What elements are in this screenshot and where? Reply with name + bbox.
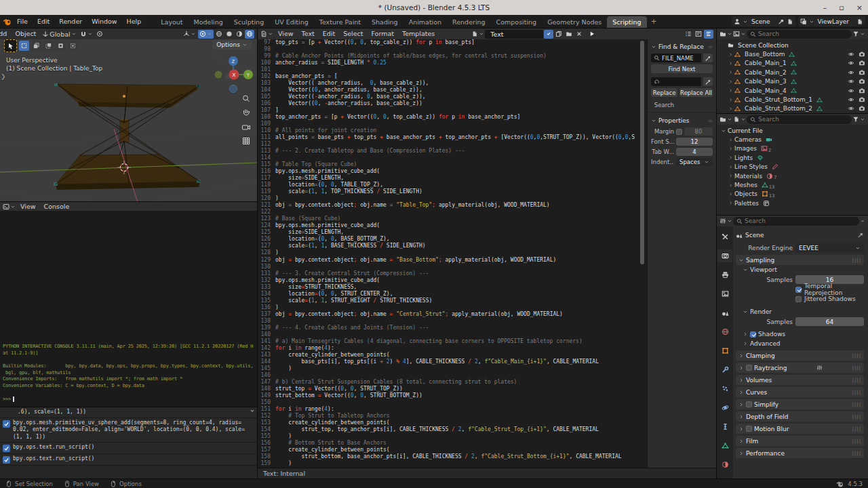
panel-checkbox[interactable] [746,365,752,371]
replace-eyedropper-icon[interactable] [703,77,713,86]
unlink-text-icon[interactable] [574,30,584,39]
viewport-nav-buttons[interactable] [241,94,252,146]
outliner-blend-file[interactable]: Current FileCamerasImages2LightsLine Sty… [717,114,868,216]
shading-material-icon[interactable] [235,30,244,39]
panel-curves[interactable]: Curves|||| [736,387,864,397]
panel-checkbox[interactable] [746,426,752,432]
outliner-row-scene-collection[interactable]: Scene Collection [717,41,868,49]
panel-performance[interactable]: Performance|||| [736,448,864,458]
menu-templates[interactable]: Templates [398,30,439,37]
properties-tab-material[interactable] [717,458,732,471]
blendfile-row-lights[interactable]: Lights [717,153,868,162]
close-button[interactable]: × [856,3,863,12]
outliner-editor-icon[interactable] [719,30,726,37]
blendfile-row-meshes[interactable]: Meshes13 [717,180,868,189]
properties-tab-view-layer[interactable] [717,287,732,300]
sampling-panel-header[interactable]: Sampling|||| [736,255,864,265]
properties-tab-render[interactable] [717,249,732,262]
console-editor-icon[interactable] [3,203,9,210]
base-bottom-mesh[interactable] [54,155,201,190]
workspace-tab-rendering[interactable]: Rendering [447,16,491,28]
outliner-scene[interactable]: Scene CollectionBase_BottomCable_Main_1C… [717,28,868,114]
text-name-field[interactable]: Text [485,30,543,39]
menu-file[interactable]: File [12,15,33,28]
panel-motion-blur[interactable]: Motion Blur|||| [736,424,864,434]
blendfile-row-palettes[interactable]: Palettes [717,199,868,207]
menu-view[interactable]: View [16,203,40,210]
jittered-shadows-checkbox[interactable] [795,296,802,302]
text-editor[interactable]: ViewTextEditSelectFormatTemplates Text 9… [258,28,716,479]
blender-logo-icon[interactable] [3,17,12,26]
find-input[interactable]: FILE_NAME [651,54,701,62]
properties-tab-scene[interactable] [717,306,732,319]
register-script-icon[interactable] [544,30,553,39]
panel-checkbox[interactable] [746,401,752,407]
add-workspace-button[interactable]: + [647,17,661,26]
snap-magnet-icon[interactable] [79,30,94,39]
temporal-reprojection-checkbox[interactable] [795,287,802,293]
workspace-tab-modeling[interactable]: Modeling [189,16,229,28]
properties-search[interactable] [733,217,859,226]
viewport-scene[interactable]: Z Y X [0,39,257,202]
line-numbers-toggle-icon[interactable] [684,30,693,39]
panel-raytracing[interactable]: Raytracing|||| [736,363,864,373]
syntax-highlight-toggle-icon[interactable] [704,30,713,39]
outliner-row-cable_main_4[interactable]: Cable_Main_4 [717,86,868,95]
panel-clamping[interactable]: Clamping|||| [736,350,864,361]
blendfile-row-line-styles[interactable]: Line Styles [717,163,868,171]
scroll-down-icon[interactable] [250,408,255,413]
menu-format[interactable]: Format [367,30,397,37]
render-visibility-icon[interactable] [859,96,865,103]
shading-solid-icon[interactable] [224,30,234,39]
show-gizmo-icon[interactable] [182,30,197,39]
properties-tab-constraints[interactable] [717,420,732,433]
text-editor-type-icon[interactable] [260,30,267,37]
select-invert-mode-icon[interactable] [56,41,66,51]
outliner-row-base_bottom[interactable]: Base_Bottom [717,49,868,58]
gizmo-axis-neg[interactable] [215,71,222,79]
menu-help[interactable]: Help [122,15,146,28]
filter-icon[interactable] [852,30,859,37]
properties-panel-header[interactable]: Properties= [651,116,713,125]
outliner-row-cable_main_1[interactable]: Cable_Main_1 [717,59,868,68]
properties-editor-icon[interactable] [719,218,726,224]
text-scrollbar[interactable] [640,41,644,264]
select-box-mode-icon[interactable] [19,41,29,51]
python-console[interactable]: ViewConsole PYTHON INTERACTIVE CONSOLE 3… [0,202,257,407]
panel-simplify[interactable]: Simplify|||| [736,399,864,409]
workspace-tab-compositing[interactable]: Compositing [491,16,542,28]
advanced-subpanel-header[interactable]: Advanced [736,339,864,348]
replace-input[interactable] [651,77,701,86]
shadows-checkbox[interactable] [750,331,756,338]
select-intersect-mode-icon[interactable] [68,41,78,51]
panel-depth-of-field[interactable]: Depth of Field|||| [736,411,864,422]
tab-width-value[interactable]: 4 [676,148,713,156]
workspace-tab-uv-editing[interactable]: UV Editing [269,16,314,28]
viewlayer-selector[interactable]: ViewLayer [798,16,865,26]
render-engine-dropdown[interactable]: EEVEE [795,243,864,252]
menu-add[interactable]: Add [0,30,11,37]
find-replace-panel-header[interactable]: Find & Replace= [651,42,713,52]
menu-edit[interactable]: Edit [319,30,339,37]
maximize-button[interactable]: ▫ [839,3,844,12]
menu-view[interactable]: View [274,30,298,37]
workspace-tab-shading[interactable]: Shading [366,16,403,28]
info-report-row[interactable]: .6), scale=(1, 1, 1)) [0,407,257,418]
workspace-tab-sculpting[interactable]: Sculpting [229,16,269,28]
transform-orientation-dropdown[interactable]: Global [41,30,77,39]
blendfile-row-current-file[interactable]: Current File [717,126,868,135]
select-extend-mode-icon[interactable] [31,41,41,51]
panel-volumes[interactable]: Volumes|||| [736,375,864,385]
settings-sliders-icon[interactable] [816,365,823,371]
3d-viewport[interactable]: AddObject Global [0,28,257,202]
word-wrap-toggle-icon[interactable] [694,30,703,39]
outliner-row-cable_strut_bottom_2[interactable]: Cable_Strut_Bottom_2 [717,104,868,113]
display-mode-icon[interactable] [733,30,740,37]
info-report-row[interactable]: bpy.ops.text.run_script() [0,454,257,466]
toolbar-expand-chevron-icon[interactable]: ❯ [1,73,6,80]
hide-eye-icon[interactable] [848,51,854,58]
render-visibility-icon[interactable] [859,69,865,76]
render-samples-field[interactable]: 64 [795,317,864,326]
filter-icon[interactable] [852,116,859,123]
properties-tab-object[interactable] [717,344,732,357]
